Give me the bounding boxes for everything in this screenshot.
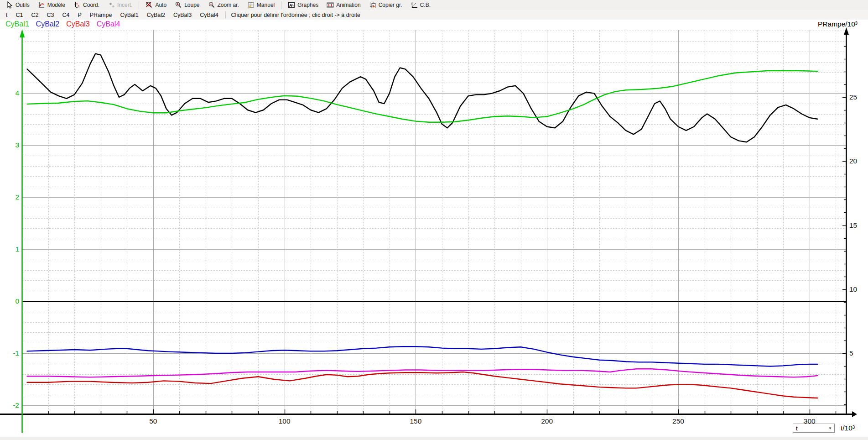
var-P[interactable]: P — [73, 11, 85, 19]
toolbar-item-label: Animation — [336, 2, 360, 8]
graphs-icon: A — [288, 1, 295, 9]
variable-bar: tC1C2C3C4PPRampeCyBal1CyBal2CyBal3CyBal4… — [0, 10, 868, 20]
calibration-icon — [411, 1, 418, 9]
toolbar-item-label: Graphes — [297, 2, 318, 8]
manual-grid-icon — [247, 1, 255, 9]
auto-button[interactable]: Auto — [141, 0, 171, 10]
uncertainty-icon — [108, 1, 115, 9]
svg-text:15: 15 — [849, 221, 857, 229]
toolbar-item-label: Coord. — [83, 2, 99, 8]
svg-text:200: 200 — [541, 417, 553, 425]
svg-text:x: x — [78, 4, 80, 7]
copier-gr-button[interactable]: Copier gr. — [365, 0, 406, 10]
coord-button[interactable]: YxCoord. — [69, 0, 104, 10]
svg-text:150: 150 — [410, 417, 421, 425]
svg-text:250: 250 — [672, 417, 684, 425]
var-CyBal2[interactable]: CyBal2 — [143, 11, 169, 19]
cb-button[interactable]: C.B. — [406, 0, 435, 10]
legend-CyBal4[interactable]: CyBal4 — [97, 20, 120, 28]
svg-text:50: 50 — [149, 417, 157, 425]
svg-text:A: A — [289, 3, 292, 8]
var-C2[interactable]: C2 — [27, 11, 42, 19]
svg-text:20: 20 — [849, 157, 858, 165]
svg-text:3: 3 — [15, 141, 19, 149]
manuel-button[interactable]: Manuel — [243, 0, 279, 10]
toolbar-separator — [281, 1, 281, 9]
graphes-button[interactable]: AGraphes — [284, 0, 322, 10]
legend-CyBal1[interactable]: CyBal1 — [5, 20, 29, 28]
toolbar-item-label: Zoom ar. — [218, 2, 239, 8]
svg-text:5: 5 — [849, 349, 853, 357]
modele-button[interactable]: Modèle — [34, 0, 69, 10]
svg-text:10: 10 — [849, 285, 858, 293]
curve-legend: CyBal1CyBal2CyBal3CyBal4 — [5, 20, 120, 28]
var-C3[interactable]: C3 — [42, 11, 58, 19]
toolbar-item-label: Incert. — [117, 2, 132, 8]
copy-graph-icon — [369, 1, 376, 9]
toolbar-item-label: Manuel — [257, 2, 275, 8]
cursor-icon — [6, 1, 13, 9]
outils-button[interactable]: Outils — [2, 0, 34, 10]
legend-CyBal3[interactable]: CyBal3 — [66, 20, 90, 28]
animation-button[interactable]: Animation — [322, 0, 364, 10]
toolbar-separator — [139, 1, 139, 9]
x-axis-title: t/10³ — [841, 424, 855, 432]
bottom-status-strip — [0, 437, 868, 440]
zoom-auto-icon — [146, 1, 153, 9]
toolbar-item-label: Copier gr. — [379, 2, 402, 8]
plot-area[interactable]: 5010015020025030043210-1-2252015105 — [0, 0, 868, 440]
svg-text:0: 0 — [15, 297, 19, 305]
var-C4[interactable]: C4 — [58, 11, 73, 19]
x-variable-value: t — [796, 425, 798, 432]
incert-button: Incert. — [104, 0, 136, 10]
var-C1[interactable]: C1 — [11, 11, 27, 19]
toolbar-item-label: Auto — [155, 2, 166, 8]
loupe-button[interactable]: Loupe — [171, 0, 203, 10]
svg-text:25: 25 — [849, 93, 857, 101]
var-CyBal4[interactable]: CyBal4 — [196, 11, 222, 19]
var-CyBal1[interactable]: CyBal1 — [116, 11, 142, 19]
legend-CyBal2[interactable]: CyBal2 — [36, 20, 60, 28]
var-t[interactable]: t — [2, 11, 11, 19]
var-CyBal3[interactable]: CyBal3 — [169, 11, 196, 19]
zoom-in-icon — [175, 1, 182, 9]
zoom-out-icon — [208, 1, 215, 9]
toolbar-item-label: C.B. — [420, 2, 431, 8]
toolbar-item-label: Outils — [16, 2, 30, 8]
svg-text:-1: -1 — [13, 349, 19, 357]
toolbar-item-label: Loupe — [184, 2, 199, 8]
x-variable-select[interactable]: t ▼ — [793, 424, 835, 433]
svg-text:100: 100 — [279, 417, 291, 425]
coordinates-icon: Yx — [73, 1, 81, 9]
animation-icon — [327, 1, 334, 9]
chevron-down-icon: ▼ — [826, 424, 834, 432]
svg-text:1: 1 — [15, 245, 19, 253]
svg-text:4: 4 — [15, 89, 19, 97]
status-hint-text: Cliquer pour définir l'ordonnée ; clic d… — [229, 12, 360, 18]
model-fit-icon — [38, 1, 45, 9]
svg-text:-2: -2 — [13, 401, 19, 409]
varbar-separator — [225, 11, 226, 19]
main-toolbar: OutilsModèleYxCoord.Incert.AutoLoupeZoom… — [0, 0, 868, 10]
zoom-arriere-button[interactable]: Zoom ar. — [204, 0, 243, 10]
toolbar-item-label: Modèle — [47, 2, 65, 8]
var-PRampe[interactable]: PRampe — [86, 11, 116, 19]
right-axis-title: PRampe/10³ — [808, 20, 858, 28]
svg-text:2: 2 — [15, 193, 19, 201]
